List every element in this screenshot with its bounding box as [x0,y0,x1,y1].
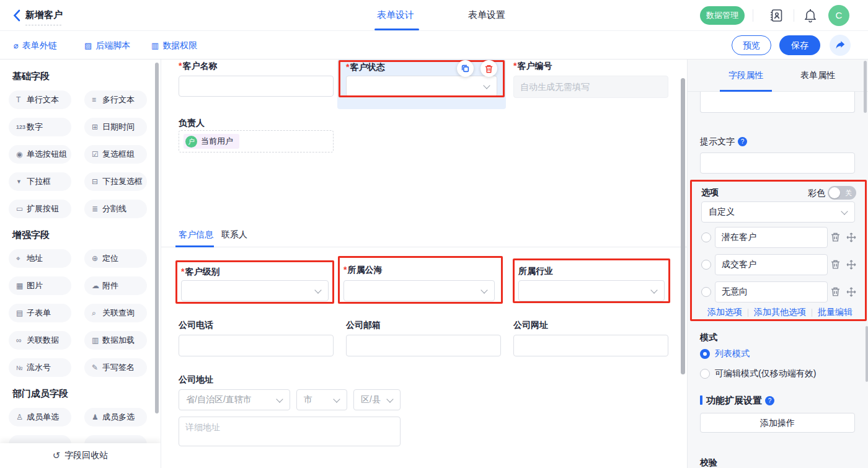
permission-icon: ▥ [151,32,159,60]
field-radio-group[interactable]: ◉单选按钮组 [9,145,71,164]
panel-scrollbar[interactable] [864,61,867,113]
dropdown-multi-icon: ⊟ [92,177,102,186]
option-input-3[interactable] [715,281,828,302]
external-link-button[interactable]: ⌀表单外链 [14,31,57,60]
app-header: 新增客户 表单设计 表单设置 数据管理 C [0,0,868,31]
backend-script-button[interactable]: ▨后端脚本 [84,31,130,60]
checkbox-icon: ☑ [92,150,102,159]
field-multi-line-text[interactable]: ≡多行文本 [84,91,147,109]
industry-select[interactable] [518,280,665,301]
field-checkbox-group[interactable]: ☑复选框组 [84,145,147,164]
company-email-input[interactable] [346,335,501,356]
field-divider[interactable]: ≣分割线 [84,200,147,218]
field-dropdown[interactable]: ▼下拉框 [9,172,71,191]
company-site-input[interactable] [513,335,668,356]
data-permission-button[interactable]: ▥数据权限 [151,31,197,60]
notification-bell-icon[interactable] [804,8,817,23]
detail-address-textarea[interactable] [179,417,401,446]
delete-option-icon[interactable] [830,259,841,270]
field-member-multi[interactable]: ♟成员多选 [84,408,147,426]
customer-name-input[interactable] [179,76,334,97]
actions-divider [748,309,748,317]
delete-field-button[interactable] [480,60,497,77]
sidebar-scrollbar[interactable] [155,63,159,413]
color-toggle[interactable]: 关 [828,186,856,200]
company-phone-input[interactable] [179,335,334,356]
map-pin-icon: ⌖ [16,254,27,263]
back-icon[interactable] [12,9,21,22]
batch-edit-link[interactable]: 批量编辑 [818,307,852,318]
tab-contacts[interactable]: 联系人 [221,229,247,241]
field-member-single[interactable]: ♙成员单选 [9,408,71,426]
delete-option-icon[interactable] [830,232,841,242]
field-relation-query[interactable]: ⌕关联查询 [84,304,147,322]
field-single-line-text[interactable]: T单行文本 [9,91,71,109]
share-button[interactable] [830,35,851,56]
canvas-scrollbar[interactable] [681,78,685,374]
extension-title: 功能扩展设置 [706,395,774,407]
copy-field-button[interactable] [457,60,474,77]
tab-field-properties[interactable]: 字段属性 [728,70,763,81]
field-data-load[interactable]: ▥数据加载 [84,331,147,350]
move-option-icon[interactable] [846,232,856,242]
field-number[interactable]: 123数字 [9,118,71,136]
option-radio-2[interactable] [701,260,711,270]
help-icon[interactable] [765,396,774,405]
editable-mode-radio[interactable] [700,369,710,379]
data-manage-button[interactable]: 数据管理 [700,6,745,25]
field-dropdown-multi[interactable]: ⊟下拉复选框 [84,172,147,191]
user-avatar[interactable]: C [828,5,849,26]
option-radio-3[interactable] [701,287,711,297]
delete-option-icon[interactable] [830,286,841,297]
field-subform[interactable]: ▤子表单 [9,304,71,322]
preview-button[interactable]: 预览 [732,35,771,55]
move-option-icon[interactable] [846,287,856,297]
enhanced-fields-grid: ⌖地址 ⊕定位 ▦图片 ☁附件 ▤子表单 ⌕关联查询 ∞关联数据 ▥数据加载 №… [9,249,161,377]
list-mode-radio[interactable] [700,349,710,359]
canvas-tabs: 客户信息 联系人 [161,227,687,247]
field-relation-data[interactable]: ∞关联数据 [9,331,71,350]
contacts-book-icon[interactable] [769,8,784,23]
add-other-option-link[interactable]: 添加其他选项 [754,307,806,318]
field-address[interactable]: ⌖地址 [9,249,71,268]
option-input-1[interactable] [715,227,828,248]
toggle-knob [829,187,840,198]
hint-text-input[interactable] [700,152,855,174]
tab-customer-info[interactable]: 客户信息 [179,229,213,241]
field-image[interactable]: ▦图片 [9,276,71,295]
field-signature[interactable]: ✎手写签名 [84,358,147,377]
list-mode-label[interactable]: 列表模式 [715,348,750,360]
option-input-2[interactable] [715,254,828,275]
active-tab-underline [374,29,419,30]
customer-level-select[interactable] [181,280,329,301]
tab-form-settings[interactable]: 表单设置 [468,9,505,21]
customer-status-select[interactable] [346,76,497,97]
field-extend-button[interactable]: ▭扩展按钮 [9,200,71,218]
help-icon[interactable] [738,137,747,146]
move-option-icon[interactable] [846,260,856,270]
tab-form-design[interactable]: 表单设计 [377,9,414,21]
add-operation-button[interactable]: 添加操作 [700,413,855,433]
district-select[interactable]: 区/县 [353,389,401,410]
field-recycle-bin[interactable]: ↺ 字段回收站 [0,443,161,468]
field-attachment[interactable]: ☁附件 [84,276,147,295]
add-option-link[interactable]: 添加选项 [707,307,742,318]
current-user-tag[interactable]: 户 当前用户 [184,134,239,149]
field-serial-number[interactable]: №流水号 [9,358,71,377]
editable-mode-label[interactable]: 可编辑模式(仅移动端有效) [715,368,816,379]
province-select[interactable]: 省/自治区/直辖市 [179,389,290,410]
tab-form-properties[interactable]: 表单属性 [800,70,835,81]
field-location[interactable]: ⊕定位 [84,249,147,268]
option-source-select[interactable]: 自定义 [701,201,855,223]
field-datetime[interactable]: ⊞日期时间 [84,118,147,136]
company-email-label: 公司邮箱 [346,320,381,331]
window-scrollbar[interactable] [866,326,868,382]
public-sea-select[interactable] [343,280,495,301]
city-select[interactable]: 市 [296,389,347,410]
company-site-label: 公司网址 [513,320,548,331]
field-title-input-clipped[interactable] [700,92,855,113]
save-button[interactable]: 保存 [779,35,820,55]
option-radio-1[interactable] [701,232,711,242]
customer-no-input [513,76,668,98]
options-title: 选项 [701,187,719,198]
